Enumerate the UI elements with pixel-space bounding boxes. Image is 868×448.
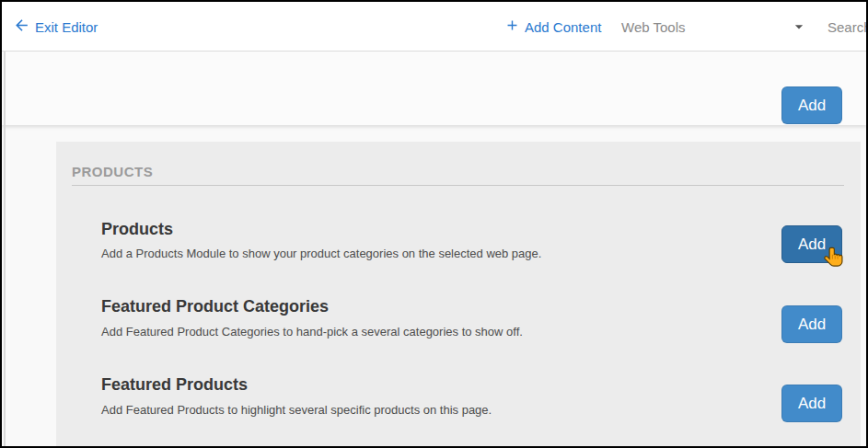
plus-icon	[504, 17, 520, 36]
newsletter-add-button[interactable]: Add	[781, 86, 842, 124]
featured-product-categories-title: Featured Product Categories	[101, 297, 329, 316]
chevron-down-icon[interactable]	[790, 2, 808, 52]
content-left-edge	[4, 52, 6, 446]
products-section: PRODUCTS	[56, 142, 861, 446]
newsletter-section	[2, 52, 866, 125]
featured-products-description: Add Featured Products to highlight sever…	[101, 403, 492, 417]
products-item-description: Add a Products Module to show your produ…	[101, 247, 541, 260]
app-window: Exit Editor Add Content Web Tools Search…	[0, 0, 868, 448]
back-arrow-icon	[13, 17, 30, 37]
products-section-header: PRODUCTS	[72, 164, 153, 179]
featured-products-add-button[interactable]: Add	[781, 385, 842, 422]
featured-products-title: Featured Products	[101, 375, 248, 395]
products-item-title: Products	[101, 220, 173, 239]
exit-editor-link[interactable]: Exit Editor	[13, 2, 98, 52]
featured-product-categories-add-button[interactable]: Add	[781, 305, 842, 343]
add-content-button[interactable]: Add Content	[504, 2, 601, 52]
products-add-button[interactable]: Add	[781, 225, 842, 263]
featured-product-categories-description: Add Featured Product Categories to hand-…	[101, 325, 523, 339]
web-tools-dropdown[interactable]: Web Tools	[621, 2, 686, 52]
search-label: Search	[827, 19, 868, 35]
top-toolbar: Exit Editor Add Content Web Tools Search	[2, 2, 866, 52]
web-tools-label: Web Tools	[621, 19, 686, 35]
add-content-label: Add Content	[525, 19, 601, 35]
section-divider	[72, 185, 844, 186]
exit-editor-label: Exit Editor	[35, 19, 98, 35]
search-link[interactable]: Search	[827, 2, 868, 52]
